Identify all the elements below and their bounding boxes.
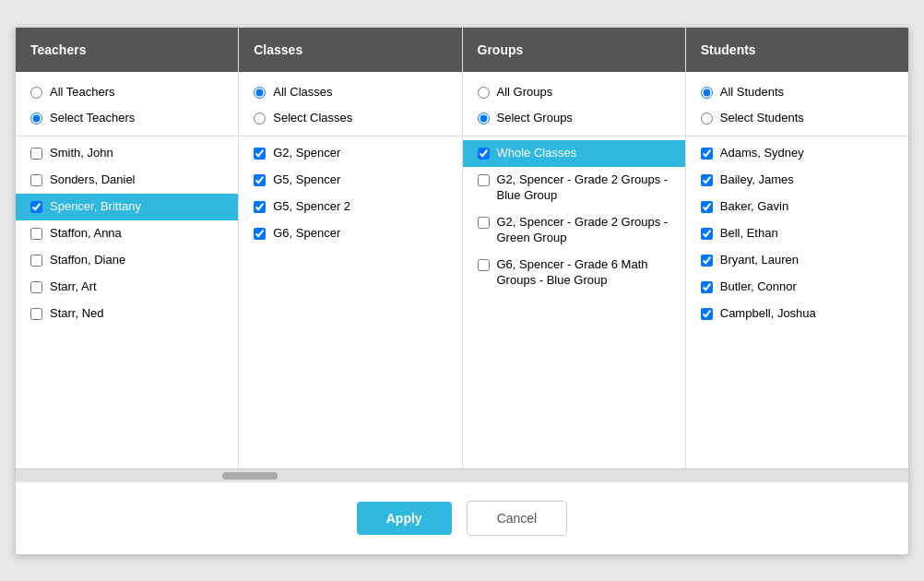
teachers-body: All Teachers Select Teachers Smith, John… — [16, 72, 238, 468]
student-item-campbell[interactable]: Campbell, Joshua — [686, 301, 908, 327]
students-select-radio[interactable] — [701, 113, 713, 125]
classes-all-radio[interactable] — [254, 87, 266, 99]
class-check-g5-spencer[interactable] — [254, 174, 266, 186]
group-item-g2-blue[interactable]: G2, Spencer - Grade 2 Groups - Blue Grou… — [463, 167, 685, 209]
classes-all-radio-row[interactable]: All Classes — [239, 79, 461, 106]
teacher-item-starr-art[interactable]: Starr, Art — [16, 274, 238, 301]
students-select-label[interactable]: Select Students — [720, 111, 804, 126]
teachers-select-radio[interactable] — [30, 113, 42, 125]
class-item-g5-spencer2[interactable]: G5, Spencer 2 — [239, 194, 461, 220]
group-check-g2-blue[interactable] — [478, 174, 490, 186]
students-header: Students — [686, 28, 908, 72]
student-item-baker[interactable]: Baker, Gavin — [686, 194, 908, 220]
student-check-baker[interactable] — [701, 201, 713, 213]
group-check-whole-classes[interactable] — [478, 148, 490, 160]
teacher-check-staffon-anna[interactable] — [30, 228, 42, 240]
teachers-all-radio-row[interactable]: All Teachers — [16, 79, 238, 106]
student-check-bryant[interactable] — [701, 255, 713, 267]
classes-body: All Classes Select Classes G2, Spencer G… — [239, 72, 461, 468]
students-all-label[interactable]: All Students — [720, 85, 784, 101]
student-item-bailey[interactable]: Bailey, James — [686, 167, 908, 194]
groups-header: Groups — [463, 28, 685, 72]
student-item-bell[interactable]: Bell, Ethan — [686, 220, 908, 247]
groups-column: Groups All Groups Select Groups Whole Cl… — [463, 28, 686, 468]
groups-select-radio-row[interactable]: Select Groups — [463, 105, 685, 132]
groups-all-label[interactable]: All Groups — [497, 85, 553, 101]
groups-all-radio[interactable] — [478, 87, 490, 99]
teacher-item-sonders[interactable]: Sonders, Daniel — [16, 167, 238, 194]
student-check-adams[interactable] — [701, 148, 713, 160]
students-body: All Students Select Students Adams, Sydn… — [686, 72, 908, 468]
teacher-item-staffon-anna[interactable]: Staffon, Anna — [16, 220, 238, 247]
groups-body: All Groups Select Groups Whole Classes G… — [463, 72, 685, 468]
class-item-g2-spencer[interactable]: G2, Spencer — [239, 140, 461, 167]
dialog: Teachers All Teachers Select Teachers Sm… — [15, 27, 909, 555]
class-check-g2-spencer[interactable] — [254, 148, 266, 160]
teacher-item-staffon-diane[interactable]: Staffon, Diane — [16, 247, 238, 274]
student-check-bell[interactable] — [701, 228, 713, 240]
classes-column: Classes All Classes Select Classes G2, S… — [239, 28, 462, 468]
group-check-g2-green[interactable] — [478, 217, 490, 229]
teachers-all-label[interactable]: All Teachers — [50, 85, 115, 101]
class-check-g5-spencer2[interactable] — [254, 201, 266, 213]
teacher-check-starr-art[interactable] — [30, 281, 42, 293]
student-check-butler[interactable] — [701, 281, 713, 293]
classes-select-radio-row[interactable]: Select Classes — [239, 105, 461, 132]
horizontal-scrollbar[interactable] — [16, 469, 908, 482]
student-item-bryant[interactable]: Bryant, Lauren — [686, 247, 908, 274]
classes-header: Classes — [239, 28, 461, 72]
teacher-item-spencer[interactable]: Spencer, Brittany — [16, 194, 238, 220]
class-check-g6-spencer[interactable] — [254, 228, 266, 240]
classes-select-radio[interactable] — [254, 113, 266, 125]
teacher-check-sonders[interactable] — [30, 174, 42, 186]
dialog-footer: Apply Cancel — [16, 482, 908, 554]
students-all-radio[interactable] — [701, 87, 713, 99]
teacher-item-smithjohn[interactable]: Smith, John — [16, 140, 238, 167]
class-item-g5-spencer[interactable]: G5, Spencer — [239, 167, 461, 194]
students-all-radio-row[interactable]: All Students — [686, 79, 908, 106]
teacher-check-smithjohn[interactable] — [30, 148, 42, 160]
students-column: Students All Students Select Students Ad… — [686, 28, 908, 468]
teachers-column: Teachers All Teachers Select Teachers Sm… — [16, 28, 239, 468]
student-item-adams[interactable]: Adams, Sydney — [686, 140, 908, 167]
students-select-radio-row[interactable]: Select Students — [686, 105, 908, 132]
groups-select-label[interactable]: Select Groups — [497, 111, 573, 126]
class-item-g6-spencer[interactable]: G6, Spencer — [239, 220, 461, 247]
teachers-all-radio[interactable] — [30, 87, 42, 99]
classes-all-label[interactable]: All Classes — [273, 85, 332, 101]
student-check-campbell[interactable] — [701, 308, 713, 320]
groups-all-radio-row[interactable]: All Groups — [463, 79, 685, 106]
teachers-select-label[interactable]: Select Teachers — [50, 111, 135, 126]
teacher-check-starr-ned[interactable] — [30, 308, 42, 320]
group-item-g2-green[interactable]: G2, Spencer - Grade 2 Groups - Green Gro… — [463, 209, 685, 252]
apply-button[interactable]: Apply — [357, 502, 452, 535]
teacher-check-spencer[interactable] — [30, 201, 42, 213]
classes-select-label[interactable]: Select Classes — [273, 111, 352, 126]
group-check-g6-blue[interactable] — [478, 259, 490, 271]
cancel-button[interactable]: Cancel — [467, 501, 568, 536]
scrollbar-thumb[interactable] — [222, 472, 278, 480]
group-item-whole-classes[interactable]: Whole Classes — [463, 140, 685, 167]
student-item-butler[interactable]: Butler, Connor — [686, 274, 908, 301]
group-item-g6-blue[interactable]: G6, Spencer - Grade 6 Math Groups - Blue… — [463, 252, 685, 294]
groups-select-radio[interactable] — [478, 113, 490, 125]
teacher-check-staffon-diane[interactable] — [30, 255, 42, 267]
teacher-item-starr-ned[interactable]: Starr, Ned — [16, 301, 238, 327]
student-check-bailey[interactable] — [701, 174, 713, 186]
teachers-header: Teachers — [16, 28, 238, 72]
filter-table: Teachers All Teachers Select Teachers Sm… — [16, 28, 908, 469]
teachers-select-radio-row[interactable]: Select Teachers — [16, 105, 238, 132]
